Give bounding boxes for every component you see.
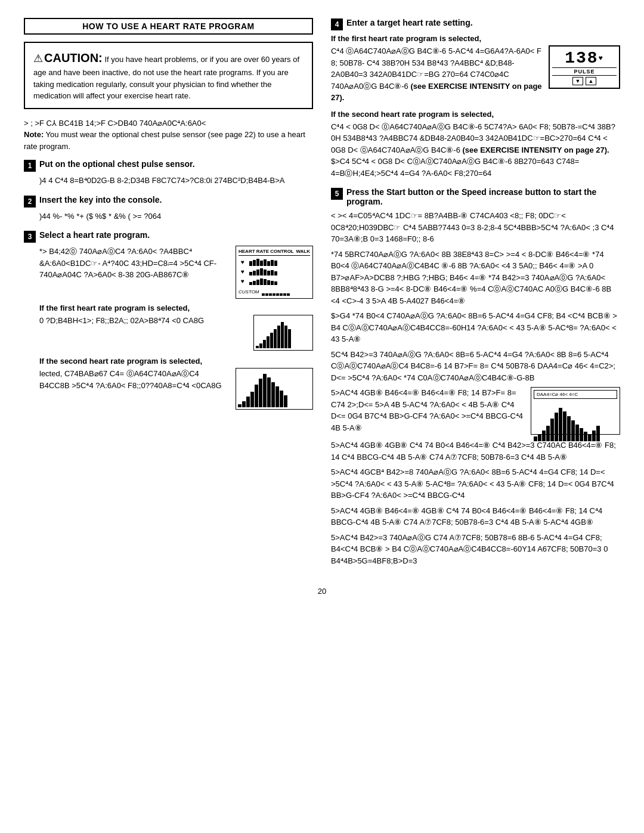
step5-content3: $>G4 *74 B0<4 C740A⌀A⓪G ?A:6A0< 8B=6 5-A… bbox=[331, 310, 620, 345]
step1-content: )4 4 C⁴4 8=B⁴0D2G-B 8-2;D34B F8C7C74>?C8… bbox=[39, 175, 313, 187]
step3-label: Select a heart rate program. bbox=[39, 230, 150, 240]
hrc-bars-1 bbox=[249, 258, 310, 266]
bar-segment bbox=[256, 346, 259, 348]
hrc-bar bbox=[274, 281, 277, 285]
step2-title: 2 Insert the key into the console. bbox=[24, 195, 313, 208]
caution-title: CAUTION: bbox=[44, 51, 103, 64]
step4-substep2-text: C⁴4 < 0G8 D< ⓪A64C740A⌀A⓪G B4C⑧-6 5C74?A… bbox=[331, 121, 620, 179]
hrc-bars-3 bbox=[249, 277, 310, 285]
pulse-display: 138♥ PULSE ▼ ▲ bbox=[549, 45, 620, 89]
step3-number: 3 bbox=[24, 231, 36, 243]
hrc-row-3: ♥ bbox=[239, 277, 310, 285]
hrc-bar bbox=[260, 268, 263, 275]
hrc-bar bbox=[249, 282, 252, 285]
hrc-custom-bar bbox=[287, 293, 290, 296]
hrc-bar bbox=[253, 281, 256, 285]
pulse-display-wrapper: 138♥ PULSE ▼ ▲ bbox=[549, 45, 620, 89]
step4-substep2-title: If the second heart rate program is sele… bbox=[331, 110, 620, 119]
hrc-row-1: ♥ bbox=[239, 258, 310, 266]
hrc-custom-bar bbox=[262, 293, 265, 296]
hrc-custom-bar bbox=[265, 293, 268, 296]
hrc-diagram: HEART RATE CONTROL WALK ♥ bbox=[236, 246, 313, 299]
bar-segment bbox=[250, 392, 254, 407]
step5-bar-section: DAA4=C⌀ 46< 4=C bbox=[331, 387, 620, 439]
step3-substep2: If the second heart rate program is sele… bbox=[39, 357, 313, 410]
hrc-bar bbox=[260, 278, 263, 285]
step5-bottom-text2: 5>AC⁴4 4GB⑧ B46<4=⑧ 4GB⑧ C⁴4 74 B0<4 B46… bbox=[331, 505, 620, 528]
hrc-bar bbox=[271, 281, 274, 285]
right-column: 4 Enter a target heart rate setting. If … bbox=[331, 18, 620, 575]
bar-segment bbox=[563, 411, 566, 441]
main-layout: HOW TO USE A HEART RATE PROGRAM ⚠CAUTION… bbox=[24, 18, 620, 575]
hrc-bar bbox=[264, 279, 267, 285]
hrc-bar bbox=[267, 271, 270, 275]
bar-segment bbox=[242, 401, 246, 407]
hrc-bars-2 bbox=[249, 267, 310, 275]
bar-segment bbox=[284, 395, 287, 407]
step3-block: 3 Select a heart rate program. *> B4;42⓪… bbox=[24, 230, 313, 410]
bar-segment bbox=[271, 382, 275, 407]
bar-segment bbox=[263, 340, 266, 348]
step4-title: 4 Enter a target heart rate setting. bbox=[331, 18, 620, 30]
bar-segment bbox=[259, 343, 262, 348]
step5-bars bbox=[534, 401, 617, 441]
step3-title: 3 Select a heart rate program. bbox=[24, 230, 313, 243]
bar-segment bbox=[567, 416, 571, 441]
hrc-header-left: HEART RATE CONTROL bbox=[239, 249, 294, 254]
warning-symbol: ⚠ bbox=[33, 52, 43, 64]
step3-substep1-title: If the first heart rate program is selec… bbox=[39, 304, 313, 312]
bar-segment bbox=[275, 386, 279, 407]
left-column: HOW TO USE A HEART RATE PROGRAM ⚠CAUTION… bbox=[24, 18, 313, 575]
step4-substep1-layout: C⁴4 ⓪A64C740A⌀A⓪G B4C⑧-6 5-AC⁴4 4=G6A4?A… bbox=[331, 45, 620, 104]
hrc-bar bbox=[267, 261, 270, 266]
note-block: > ; >F C⅄ BC41B 14;>F C>DB40 740A⌀A0C⁴A:… bbox=[24, 117, 313, 153]
hrc-header-right: WALK bbox=[296, 249, 310, 254]
step3-substep2-bars bbox=[238, 370, 311, 407]
step1-title: 1 Put on the optional chest pulse sensor… bbox=[24, 159, 313, 172]
step3-substep2-content: lected, C74BAB⌀67 C4= ⓪A64C740A⌀A⓪C4 B4C… bbox=[39, 368, 230, 391]
step3-substep1: If the first heart rate program is selec… bbox=[39, 304, 313, 351]
bar-segment bbox=[277, 326, 280, 348]
bar-segment bbox=[288, 329, 291, 348]
pulse-label: PULSE bbox=[552, 67, 617, 76]
step3-main-content: *> B4;42⓪ 740A⌀A⓪C4 ?A:6A0< ?A4BBC⁴ &A:6… bbox=[39, 246, 230, 281]
step2-block: 2 Insert the key into the console. )44 %… bbox=[24, 195, 313, 222]
hrc-bar bbox=[264, 270, 267, 275]
step5-content6: 5>AC⁴4 4GB⑧ 4GB⑧ C⁴4 74 B0<4 B46<4=⑧ C⁴4… bbox=[331, 439, 620, 463]
step5-title: 5 Press the Start button or the Speed in… bbox=[331, 187, 620, 206]
hrc-rows: ♥ bbox=[239, 258, 310, 296]
section-header: HOW TO USE A HEART RATE PROGRAM bbox=[24, 18, 313, 35]
caution-text: ⚠CAUTION: If you have heart problems, or… bbox=[33, 49, 304, 102]
step3-substep1-content: 0 ?D;B4BH<1>; F8;;B2A;; 02A>B8⁴74 <0 CA8… bbox=[39, 315, 247, 327]
bar-segment bbox=[559, 408, 562, 441]
step4-substep2-bold: (see EXERCISE INTENSITY on page 27). bbox=[463, 145, 609, 154]
hrc-header: HEART RATE CONTROL WALK bbox=[239, 249, 310, 256]
bar-segment bbox=[263, 374, 267, 407]
hrc-bar bbox=[267, 280, 270, 285]
pulse-heart-icon: ♥ bbox=[599, 54, 604, 63]
step1-label: Put on the optional chest pulse sensor. bbox=[39, 159, 195, 169]
step5-content4: 5C⁴4 B42>=3 740A⌀A⓪G ?A:6A0< 8B=6 5-AC⁴4… bbox=[331, 349, 620, 384]
step5-bar-display: DAA4=C⌀ 46< 4=C bbox=[531, 387, 620, 435]
hrc-bar bbox=[256, 270, 259, 275]
bar-segment bbox=[259, 379, 262, 407]
bar-segment bbox=[280, 391, 283, 407]
pulse-number: 138♥ bbox=[552, 49, 617, 67]
hrc-custom-row: CUSTOM bbox=[239, 287, 310, 296]
pulse-arrows: ▼ ▲ bbox=[552, 77, 617, 85]
step2-number: 2 bbox=[24, 196, 36, 208]
hrc-custom-bar bbox=[269, 293, 272, 296]
bar-segment bbox=[246, 397, 250, 407]
heart-icon-1: ♥ bbox=[239, 258, 247, 266]
step4-substep1-title: If the first heart rate program is selec… bbox=[331, 34, 620, 43]
bar-segment bbox=[267, 377, 271, 407]
hrc-bar bbox=[256, 259, 259, 266]
step1-number: 1 bbox=[24, 160, 36, 172]
pulse-up-arrow[interactable]: ▲ bbox=[586, 77, 596, 85]
step2-label: Insert the key into the console. bbox=[39, 195, 162, 205]
pulse-down-arrow[interactable]: ▼ bbox=[572, 77, 583, 85]
hrc-custom-bars bbox=[262, 287, 290, 296]
step3-substep1-bars bbox=[256, 317, 311, 348]
hrc-bar bbox=[256, 280, 259, 285]
step3-substep2-bar-display bbox=[236, 368, 313, 410]
